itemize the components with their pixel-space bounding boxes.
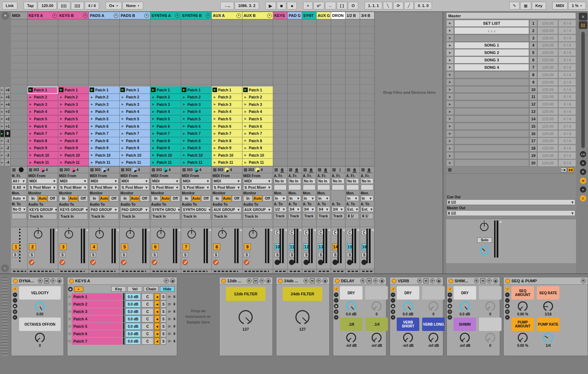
track-number-box[interactable]: 2: [29, 243, 36, 250]
scene-play-icon[interactable]: ▶: [446, 101, 454, 108]
solo-button[interactable]: S: [29, 252, 35, 257]
track-number-box[interactable]: 5: [121, 243, 128, 250]
scene-play-icon[interactable]: ▶: [0, 94, 4, 101]
randomize-icon[interactable]: R: [38, 278, 43, 283]
scene-play-icon[interactable]: ▶: [446, 42, 454, 49]
clip-play-icon[interactable]: ▶: [212, 161, 217, 164]
randomize-icon[interactable]: R: [360, 278, 365, 283]
clip[interactable]: ▶ Patch 6: [58, 123, 89, 130]
punch-out-button[interactable]: ╱: [404, 2, 414, 10]
crossfade-assign-button[interactable]: C: [318, 230, 323, 235]
master-solo-button[interactable]: Solo: [477, 237, 492, 243]
device-header[interactable]: VERB R M ⟳ ▣: [390, 277, 443, 285]
remove-macro-icon[interactable]: −: [13, 298, 17, 303]
volume-fader[interactable]: ◀: [142, 229, 146, 263]
track-header[interactable]: PADS B ▼: [120, 12, 150, 19]
clip[interactable]: ▶ Patch 3: [212, 101, 242, 108]
add-macro-icon[interactable]: +: [448, 292, 452, 297]
fader-handle[interactable]: ◀: [270, 228, 272, 232]
chain-pan[interactable]: C: [142, 301, 154, 308]
variation-icon[interactable]: ⊖: [391, 309, 395, 314]
device-on-toggle[interactable]: [505, 279, 510, 283]
track-delay-row[interactable]: [89, 269, 119, 273]
quantize-menu[interactable]: O●▼: [106, 2, 122, 10]
device-view-grip[interactable]: [1, 277, 8, 356]
track-delay-row[interactable]: [317, 269, 331, 273]
monitor-in-button[interactable]: In: [120, 195, 130, 201]
solo-button[interactable]: S: [12, 252, 18, 257]
chain-solo-button[interactable]: S: [161, 308, 166, 315]
remove-macro-icon[interactable]: −: [448, 298, 452, 303]
scene-name[interactable]: [454, 71, 529, 78]
clip-play-icon[interactable]: ▶: [243, 110, 248, 113]
hot-swap-icon[interactable]: ⟳: [430, 278, 435, 283]
speaker-icon[interactable]: ◀: [154, 338, 160, 345]
macro-label[interactable]: DRY: [340, 286, 362, 300]
fader-handle[interactable]: ◀: [239, 228, 242, 232]
empty-clip-slots[interactable]: [288, 19, 302, 86]
clip-play-icon[interactable]: ▶: [212, 88, 217, 92]
clip-play-icon[interactable]: ▶: [182, 146, 186, 150]
scene-row[interactable]: ▶ 9 120.00 4 / 4: [446, 79, 576, 86]
hot-swap-icon[interactable]: ⟳: [259, 278, 264, 283]
chain-routing-icon[interactable]: ⅱ: [173, 310, 176, 313]
macro-knob[interactable]: [372, 301, 382, 311]
scene-signature[interactable]: 4 / 4: [558, 138, 576, 145]
arm-button[interactable]: [244, 260, 249, 265]
clip-play-icon[interactable]: ▶: [90, 88, 94, 92]
list-icon[interactable]: ≡: [13, 315, 17, 320]
output-type-select[interactable]: 3/4▼: [288, 206, 301, 212]
clip-play-icon[interactable]: ▶: [120, 153, 125, 157]
arrangement-record-flag-icon[interactable]: ▶▮: [568, 168, 574, 172]
device-on-toggle[interactable]: [13, 279, 18, 283]
empty-clip-slots[interactable]: [242, 19, 273, 86]
clip[interactable]: ▶ Patch 11: [181, 159, 211, 166]
chain-routing-icon[interactable]: ⅱ: [173, 332, 176, 336]
record-button[interactable]: ●: [287, 2, 297, 10]
monitor-off-button[interactable]: Off: [140, 195, 149, 201]
clip[interactable]: ▶ Patch 5: [89, 115, 119, 123]
scene-play-icon[interactable]: ▶: [446, 86, 454, 93]
monitor-select[interactable]: Auto▼: [12, 195, 26, 201]
clip-play-icon[interactable]: ▶: [120, 125, 125, 128]
output-channel-box[interactable]: Track In: [59, 213, 88, 219]
device-drop-area[interactable]: Drop an Instrument or Sample Here: [180, 277, 216, 356]
hot-swap-icon[interactable]: ⟳: [167, 332, 172, 336]
scene-tempo[interactable]: 120.00: [538, 93, 558, 100]
track-header[interactable]: PADS A ▼: [89, 12, 119, 19]
macro-label[interactable]: .1/8: [340, 318, 362, 331]
monitor-in-button[interactable]: In: [28, 195, 38, 201]
clip-stop-icon[interactable]: [29, 168, 32, 171]
hot-swap-icon[interactable]: ↺: [334, 287, 338, 291]
clip[interactable]: ▶ Patch 7: [28, 130, 58, 137]
pan-knob[interactable]: [95, 230, 104, 239]
clip[interactable]: ▶ Patch 2: [28, 94, 58, 101]
chain-row[interactable]: Patch 4 0.0 dB C ◀ S ⟳ ⅱ: [68, 315, 176, 322]
clip[interactable]: ▶ Patch 9: [242, 144, 273, 152]
device-header[interactable]: 24db ... R M ⟳ ▣: [276, 277, 329, 285]
hot-swap-icon[interactable]: ↺: [448, 287, 452, 291]
clip[interactable]: ▶ Patch 6: [150, 123, 181, 130]
scene-name[interactable]: [454, 159, 529, 167]
chain-row[interactable]: Patch 5 0.0 dB C ◀ S ⟳ ⅱ: [68, 323, 176, 330]
master-track-title[interactable]: Master: [446, 12, 576, 19]
scene-play-icon[interactable]: ▶: [446, 159, 454, 167]
cue-out-select[interactable]: ⅱ 1/2▼: [447, 199, 575, 205]
scene-play-icon[interactable]: ▶: [0, 123, 4, 130]
clip[interactable]: ▶ Patch 2: [212, 94, 242, 101]
rack-tab[interactable]: Key: [111, 286, 126, 292]
macro-label[interactable]: VELOCITY: [19, 286, 61, 300]
scene-tempo[interactable]: 120.00: [538, 27, 558, 34]
chain-volume[interactable]: 0.0 dB: [125, 323, 141, 330]
solo-button[interactable]: S: [90, 252, 96, 257]
scene-play-icon[interactable]: ▶: [446, 27, 454, 34]
track-number-box[interactable]: 1: [12, 243, 19, 250]
output-type-select[interactable]: 3/4▼: [317, 206, 330, 212]
mixer-section-toggle[interactable]: I-O: [580, 151, 586, 157]
clip[interactable]: ▶ Patch 7: [242, 130, 273, 137]
clip[interactable]: ▶ Patch 1: [28, 86, 58, 94]
input-channel-select[interactable]: ⇅ Post Mixer▼: [182, 185, 211, 190]
scene-row[interactable]: ▶ 18 120.00 4 / 4: [446, 145, 576, 152]
filter-macro-button[interactable]: 12db FILTER: [226, 287, 265, 301]
output-type-select[interactable]: 3/4▼: [303, 206, 316, 212]
